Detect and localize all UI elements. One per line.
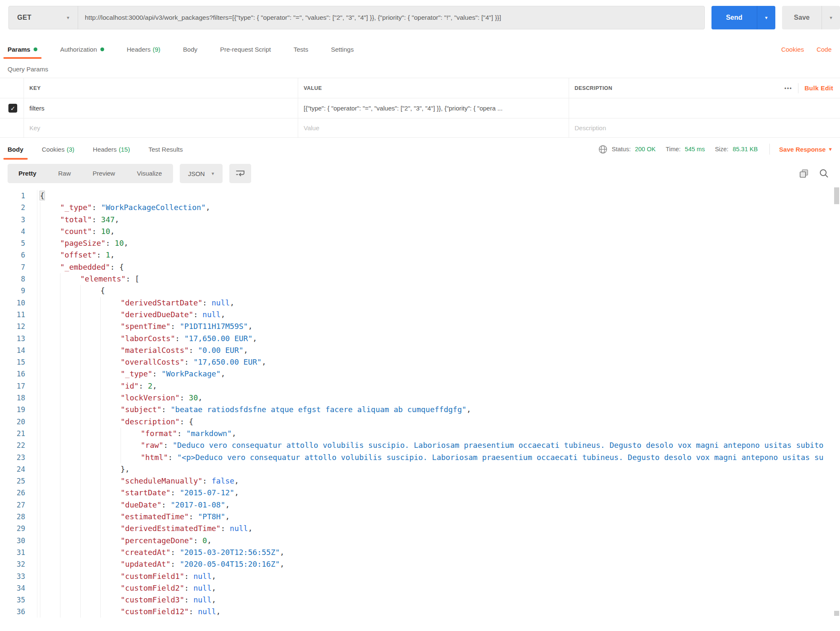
line-number: 32 — [0, 558, 25, 570]
param-row-filters: ✓ filters [{"type": { "operator": "=", "… — [0, 98, 840, 118]
status-value: 200 OK — [635, 146, 656, 152]
vertical-scrollbar[interactable] — [834, 187, 839, 204]
tab-label: Test Results — [148, 146, 183, 153]
param-description-cell[interactable] — [569, 98, 840, 118]
tab-label: Params — [8, 46, 30, 53]
line-number: 21 — [0, 428, 25, 439]
tab-label: Tests — [294, 46, 308, 53]
line-number: 10 — [0, 297, 25, 309]
code-line: 30"percentageDone": 0, — [0, 535, 840, 547]
time-value: 545 ms — [685, 146, 705, 152]
param-checkbox-cell — [0, 118, 24, 137]
line-number: 8 — [0, 273, 25, 285]
line-number: 4 — [0, 226, 25, 237]
send-button[interactable]: Send ▾ — [711, 6, 775, 29]
response-tab-test-results[interactable]: Test Results — [146, 138, 185, 160]
new-param-key-input[interactable]: Key — [24, 118, 298, 137]
response-tab-body[interactable]: Body — [5, 138, 26, 160]
wrap-text-button[interactable] — [229, 164, 251, 183]
url-input[interactable]: http://localhost:3000/api/v3/work_packag… — [78, 6, 704, 29]
send-button-label: Send — [711, 6, 757, 29]
line-number: 24 — [0, 463, 25, 475]
view-tab-preview[interactable]: Preview — [82, 164, 126, 183]
send-options-button[interactable]: ▾ — [757, 6, 775, 29]
response-header: Body Cookies (3) Headers (15) Test Resul… — [0, 138, 840, 160]
view-tab-raw[interactable]: Raw — [47, 164, 82, 183]
code-line: 21"format": "markdown", — [0, 428, 840, 439]
response-body-actions — [799, 168, 829, 179]
line-number: 7 — [0, 261, 25, 273]
line-number: 23 — [0, 452, 25, 463]
query-params-table: KEY VALUE DESCRIPTION ••• Bulk Edit ✓ fi… — [0, 78, 840, 138]
new-param-value-input[interactable]: Value — [298, 118, 569, 137]
tab-headers[interactable]: Headers (9) — [127, 39, 160, 59]
code-line: 22"raw": "Deduco vero consequatur attoll… — [0, 439, 840, 451]
divider — [798, 83, 798, 93]
save-button[interactable]: Save ▾ — [782, 6, 840, 29]
code-line: 17"id": 2, — [0, 380, 840, 392]
response-tab-headers[interactable]: Headers (15) — [90, 138, 132, 160]
globe-icon — [598, 145, 608, 154]
format-select[interactable]: JSON ▾ — [180, 164, 223, 183]
status-label: Status: — [612, 146, 631, 152]
code-link[interactable]: Code — [816, 46, 832, 53]
line-number: 5 — [0, 237, 25, 249]
response-tab-cookies[interactable]: Cookies (3) — [39, 138, 77, 160]
view-tab-visualize[interactable]: Visualize — [126, 164, 173, 183]
tab-label: Headers — [127, 46, 151, 53]
response-headers-count: (15) — [119, 146, 130, 153]
copy-response-icon[interactable] — [799, 168, 809, 179]
code-line: 2"_type": "WorkPackageCollection", — [0, 202, 840, 213]
line-number: 11 — [0, 309, 25, 321]
line-number: 25 — [0, 475, 25, 487]
cookies-count: (3) — [67, 146, 74, 153]
tab-label: Authorization — [60, 46, 97, 53]
save-options-button[interactable]: ▾ — [822, 6, 840, 29]
tab-label: Settings — [331, 46, 354, 53]
search-icon[interactable] — [819, 168, 829, 179]
param-key-cell[interactable]: filters — [24, 98, 298, 118]
code-line: 23"html": "<p>Deduco vero consequatur at… — [0, 452, 840, 463]
url-group: GET ▾ http://localhost:3000/api/v3/work_… — [8, 6, 705, 29]
code-line: 11"derivedDueDate": null, — [0, 309, 840, 321]
tab-body[interactable]: Body — [183, 39, 197, 59]
view-tab-pretty[interactable]: Pretty — [8, 164, 47, 183]
param-value-cell[interactable]: [{"type": { "operator": "=", "values": [… — [298, 98, 569, 118]
tab-label: Body — [8, 146, 24, 153]
cookies-link[interactable]: Cookies — [781, 46, 804, 53]
new-param-description-input[interactable]: Description — [569, 118, 840, 137]
param-row-new: Key Value Description — [0, 118, 840, 138]
line-number: 34 — [0, 582, 25, 594]
line-number: 27 — [0, 499, 25, 511]
tab-params[interactable]: Params — [8, 39, 37, 59]
line-number: 13 — [0, 333, 25, 344]
chevron-down-icon: ▾ — [67, 15, 69, 20]
line-number: 36 — [0, 606, 25, 618]
column-header-description: DESCRIPTION ••• Bulk Edit — [569, 78, 840, 98]
line-number: 17 — [0, 380, 25, 392]
code-line: 29"derivedEstimatedTime": null, — [0, 523, 840, 534]
tab-tests[interactable]: Tests — [294, 39, 308, 59]
line-number: 33 — [0, 571, 25, 582]
line-number: 30 — [0, 535, 25, 547]
method-select[interactable]: GET ▾ — [9, 6, 78, 29]
tab-label: Cookies — [42, 146, 65, 153]
code-line: 15"overallCosts": "17,650.00 EUR", — [0, 356, 840, 368]
save-response-button[interactable]: Save Response ▾ — [779, 146, 832, 153]
code-line: 9{ — [0, 285, 840, 297]
code-line: 24}, — [0, 463, 840, 475]
line-number: 6 — [0, 249, 25, 261]
tab-pre-request-script[interactable]: Pre-request Script — [220, 39, 271, 59]
code-line: 7"_embedded": { — [0, 261, 840, 273]
tab-settings[interactable]: Settings — [331, 39, 354, 59]
tab-label: Pre-request Script — [220, 46, 271, 53]
chevron-down-icon: ▾ — [830, 15, 832, 20]
response-body-editor[interactable]: 1{2"_type": "WorkPackageCollection",3"to… — [0, 187, 840, 618]
bulk-edit-button[interactable]: Bulk Edit — [804, 84, 833, 92]
code-line: 31"createdAt": "2015-03-20T12:56:55Z", — [0, 547, 840, 558]
param-enabled-checkbox[interactable]: ✓ — [8, 104, 17, 113]
code-line: 8"elements": [ — [0, 273, 840, 285]
more-actions-icon[interactable]: ••• — [785, 85, 793, 91]
tab-authorization[interactable]: Authorization — [60, 39, 104, 59]
code-line: 14"materialCosts": "0.00 EUR", — [0, 344, 840, 356]
